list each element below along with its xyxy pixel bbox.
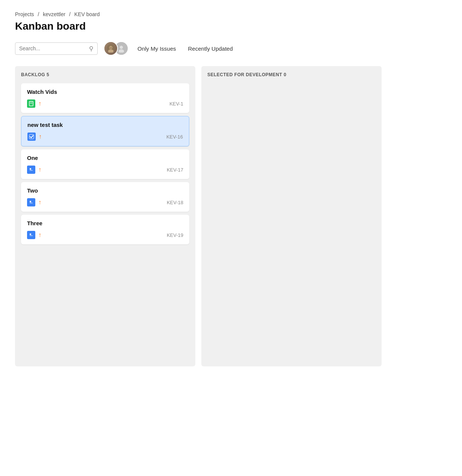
priority-high-icon-kev18: ↑	[38, 199, 41, 206]
card-kev18-icons: ↑	[27, 198, 41, 206]
priority-high-icon-kev17: ↑	[38, 166, 41, 173]
checkmark-icon	[29, 134, 34, 139]
svg-rect-10	[29, 167, 33, 172]
avatar-group	[104, 41, 128, 56]
breadcrumb-kev-board[interactable]: KEV board	[74, 11, 100, 17]
card-kev17[interactable]: One ↑ KEV-17	[21, 149, 189, 179]
bookmark-icon	[29, 101, 34, 106]
card-kev18[interactable]: Two ↑ KEV-18	[21, 182, 189, 212]
card-kev1-footer: ↑ KEV-1	[27, 99, 183, 108]
svg-rect-15	[30, 203, 33, 203]
breadcrumb-sep-2: /	[69, 11, 71, 17]
story-icon	[27, 99, 35, 108]
task-icon-kev17	[27, 166, 35, 174]
avatar-face-1	[104, 42, 117, 55]
card-kev17-footer: ↑ KEV-17	[27, 166, 183, 174]
card-kev1-title: Watch Vids	[27, 89, 183, 95]
svg-rect-16	[29, 233, 33, 237]
column-selected-header: SELECTED FOR DEVELOPMENT 0	[207, 72, 376, 77]
search-box: ⚲	[15, 42, 98, 55]
svg-rect-14	[30, 201, 31, 202]
recently-updated-button[interactable]: Recently Updated	[185, 43, 236, 54]
svg-rect-18	[30, 235, 33, 236]
subtask-icon-kev17	[29, 167, 34, 172]
search-input[interactable]	[19, 45, 89, 51]
card-kev19-title: Three	[27, 220, 183, 226]
svg-rect-12	[30, 170, 33, 171]
card-kev16[interactable]: new test task ↑ KEV-16	[21, 116, 189, 146]
card-kev18-id: KEV-18	[167, 200, 183, 205]
svg-rect-11	[30, 168, 31, 170]
svg-rect-13	[29, 200, 33, 205]
card-kev16-id: KEV-16	[166, 134, 183, 140]
card-kev16-footer: ↑ KEV-16	[27, 133, 183, 141]
card-kev1-icons: ↑	[27, 99, 41, 108]
task-icon-kev18	[27, 198, 35, 206]
task-check-icon	[27, 133, 36, 141]
task-icon-kev19	[27, 231, 35, 239]
svg-point-1	[109, 46, 113, 49]
breadcrumb: Projects / kevzettler / KEV board	[15, 11, 447, 17]
card-kev17-title: One	[27, 155, 183, 161]
svg-point-4	[111, 47, 112, 48]
only-my-issues-button[interactable]: Only My Issues	[134, 43, 179, 54]
svg-rect-17	[30, 233, 31, 235]
card-kev1-id: KEV-1	[169, 101, 183, 107]
card-kev18-title: Two	[27, 187, 183, 194]
card-kev19-icons: ↑	[27, 231, 41, 239]
search-icon: ⚲	[89, 45, 94, 52]
card-kev17-id: KEV-17	[167, 167, 183, 173]
card-kev16-title: new test task	[27, 122, 183, 128]
avatar-user1[interactable]	[104, 41, 118, 56]
priority-high-icon-kev19: ↑	[38, 232, 41, 238]
card-kev18-footer: ↑ KEV-18	[27, 198, 183, 206]
card-kev17-icons: ↑	[27, 166, 41, 174]
subtask-icon-kev18	[29, 200, 34, 205]
column-selected-for-development: SELECTED FOR DEVELOPMENT 0	[201, 66, 382, 366]
avatar-image-1	[107, 44, 115, 53]
column-backlog: BACKLOG 5 Watch Vids ↑ KEV-1 new	[15, 66, 195, 366]
card-kev19-id: KEV-19	[167, 232, 183, 238]
breadcrumb-kevzettler[interactable]: kevzettler	[43, 11, 65, 17]
svg-point-6	[120, 46, 123, 49]
card-kev19[interactable]: Three ↑ KEV-19	[21, 215, 189, 244]
breadcrumb-sep-1: /	[38, 11, 39, 17]
subtask-icon-kev19	[29, 232, 34, 238]
avatar-image-2	[117, 44, 125, 53]
breadcrumb-projects[interactable]: Projects	[15, 11, 34, 17]
board-columns: BACKLOG 5 Watch Vids ↑ KEV-1 new	[15, 66, 447, 366]
card-kev16-icons: ↑	[27, 133, 42, 141]
priority-high-icon-kev16: ↑	[39, 133, 42, 140]
column-backlog-header: BACKLOG 5	[21, 72, 189, 77]
priority-high-icon-kev1: ↑	[38, 100, 41, 107]
svg-point-3	[110, 47, 110, 48]
toolbar: ⚲ On	[15, 41, 447, 56]
card-kev19-footer: ↑ KEV-19	[27, 231, 183, 239]
page-title: Kanban board	[15, 20, 447, 32]
card-kev1[interactable]: Watch Vids ↑ KEV-1	[21, 83, 189, 113]
